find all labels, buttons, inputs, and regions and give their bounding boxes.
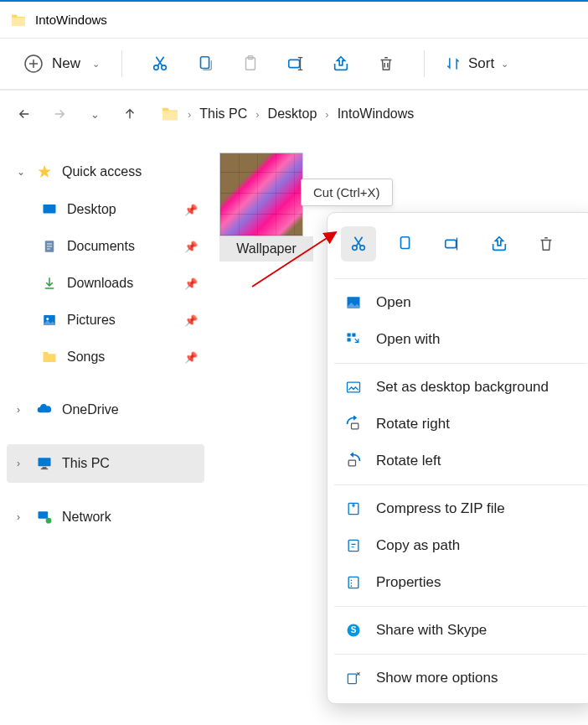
share-button[interactable] bbox=[482, 226, 517, 262]
context-menu-quick-actions bbox=[334, 220, 587, 273]
sort-button[interactable]: Sort ⌄ bbox=[445, 55, 508, 72]
breadcrumb-item[interactable]: This PC bbox=[199, 106, 247, 122]
rename-icon bbox=[286, 54, 305, 73]
chevron-right-icon: › bbox=[17, 458, 28, 469]
back-button[interactable] bbox=[15, 105, 34, 123]
svg-rect-26 bbox=[352, 423, 358, 429]
breadcrumb-item[interactable]: IntoWindows bbox=[338, 106, 415, 122]
svg-rect-25 bbox=[348, 382, 360, 392]
sort-icon bbox=[445, 55, 462, 72]
sidebar-item-label: Songs bbox=[67, 350, 184, 365]
desktop-icon bbox=[40, 200, 59, 219]
breadcrumb-item[interactable]: Desktop bbox=[268, 106, 317, 122]
chevron-right-icon: › bbox=[17, 404, 28, 416]
menu-label: Copy as path bbox=[376, 537, 460, 554]
folder-icon bbox=[40, 348, 59, 366]
delete-button[interactable] bbox=[529, 226, 564, 262]
window-title: IntoWindows bbox=[35, 13, 107, 27]
menu-rotate-right[interactable]: Rotate right bbox=[334, 406, 587, 443]
cut-toolbar-button[interactable] bbox=[137, 54, 183, 73]
skype-icon: S bbox=[344, 621, 363, 640]
rename-button[interactable] bbox=[435, 226, 470, 262]
svg-point-33 bbox=[351, 585, 353, 587]
chevron-down-icon: ⌄ bbox=[90, 108, 100, 121]
chevron-down-icon: ⌄ bbox=[501, 59, 508, 70]
scissors-icon bbox=[151, 54, 169, 73]
svg-text:S: S bbox=[351, 625, 357, 634]
svg-rect-20 bbox=[446, 240, 456, 247]
sidebar-network[interactable]: › Network bbox=[7, 498, 204, 536]
svg-point-10 bbox=[46, 318, 49, 320]
sidebar-onedrive[interactable]: › OneDrive bbox=[7, 391, 204, 429]
paste-toolbar-button[interactable] bbox=[228, 54, 273, 73]
recent-button[interactable]: ⌄ bbox=[85, 105, 104, 123]
sidebar-item-songs[interactable]: Songs 📌 bbox=[34, 339, 204, 375]
sidebar-item-label: Desktop bbox=[67, 202, 184, 217]
menu-share-skype[interactable]: S Share with Skype bbox=[334, 612, 587, 649]
share-icon bbox=[490, 235, 508, 253]
svg-rect-12 bbox=[43, 467, 47, 469]
breadcrumb[interactable]: › This PC › Desktop › IntoWindows bbox=[161, 106, 414, 122]
file-item[interactable]: Wallpaper bbox=[219, 153, 313, 262]
up-button[interactable] bbox=[121, 105, 139, 123]
arrow-right-icon bbox=[52, 106, 67, 122]
arrow-up-icon bbox=[122, 106, 137, 122]
svg-rect-23 bbox=[352, 334, 355, 337]
breadcrumb-sep: › bbox=[188, 108, 191, 121]
forward-button[interactable] bbox=[50, 105, 69, 123]
menu-separator bbox=[334, 484, 587, 485]
network-icon bbox=[35, 508, 54, 526]
svg-rect-13 bbox=[41, 469, 48, 469]
rename-toolbar-button[interactable] bbox=[273, 54, 318, 73]
svg-rect-24 bbox=[348, 338, 351, 341]
svg-rect-14 bbox=[39, 511, 49, 518]
menu-copy-path[interactable]: Copy as path bbox=[334, 527, 587, 564]
star-icon bbox=[35, 163, 54, 181]
menu-label: Rotate left bbox=[376, 453, 441, 469]
share-icon bbox=[332, 54, 350, 73]
download-icon bbox=[40, 274, 59, 293]
file-thumbnail bbox=[219, 153, 303, 236]
share-toolbar-button[interactable] bbox=[318, 54, 364, 73]
copy-button[interactable] bbox=[388, 226, 423, 262]
toolbar-divider bbox=[121, 50, 122, 77]
svg-point-31 bbox=[351, 580, 353, 582]
more-options-icon bbox=[344, 669, 363, 687]
svg-rect-3 bbox=[201, 57, 209, 69]
menu-open-with[interactable]: Open with bbox=[334, 321, 587, 358]
menu-separator bbox=[334, 654, 587, 655]
menu-rotate-left[interactable]: Rotate left bbox=[334, 443, 587, 479]
copy-icon bbox=[196, 54, 214, 73]
sidebar-item-downloads[interactable]: Downloads 📌 bbox=[34, 265, 204, 302]
paste-icon bbox=[241, 54, 260, 73]
copy-toolbar-button[interactable] bbox=[183, 54, 228, 73]
chevron-down-icon: ⌄ bbox=[92, 59, 100, 70]
rotate-right-icon bbox=[344, 415, 363, 433]
pin-icon: 📌 bbox=[184, 241, 198, 253]
pin-icon: 📌 bbox=[184, 277, 198, 290]
menu-set-background[interactable]: Set as desktop background bbox=[334, 369, 587, 406]
tooltip: Cut (Ctrl+X) bbox=[301, 179, 393, 206]
chevron-down-icon: ⌄ bbox=[17, 166, 28, 178]
toolbar: New ⌄ Sort ⌄ bbox=[0, 39, 588, 91]
menu-label: Open bbox=[376, 294, 411, 311]
sidebar-quick-access[interactable]: ⌄ Quick access bbox=[7, 153, 204, 191]
sidebar-item-label: Downloads bbox=[67, 276, 184, 291]
chevron-right-icon: › bbox=[17, 511, 28, 523]
svg-rect-22 bbox=[348, 334, 351, 337]
sidebar-item-documents[interactable]: Documents 📌 bbox=[34, 228, 204, 265]
menu-open[interactable]: Open bbox=[334, 284, 587, 321]
sidebar-item-pictures[interactable]: Pictures 📌 bbox=[34, 302, 204, 339]
menu-properties[interactable]: Properties bbox=[334, 564, 587, 601]
menu-compress[interactable]: Compress to ZIP file bbox=[334, 490, 587, 527]
trash-icon bbox=[537, 235, 555, 253]
folder-icon bbox=[10, 13, 27, 27]
menu-more-options[interactable]: Show more options bbox=[334, 660, 587, 697]
sidebar-item-desktop[interactable]: Desktop 📌 bbox=[34, 191, 204, 228]
new-button[interactable]: New ⌄ bbox=[17, 49, 106, 79]
context-menu: Open Open with Set as desktop background… bbox=[327, 212, 588, 704]
delete-toolbar-button[interactable] bbox=[364, 54, 409, 73]
sidebar-thispc[interactable]: › This PC bbox=[7, 444, 204, 483]
menu-label: Share with Skype bbox=[376, 622, 487, 639]
cut-button[interactable] bbox=[341, 226, 376, 262]
